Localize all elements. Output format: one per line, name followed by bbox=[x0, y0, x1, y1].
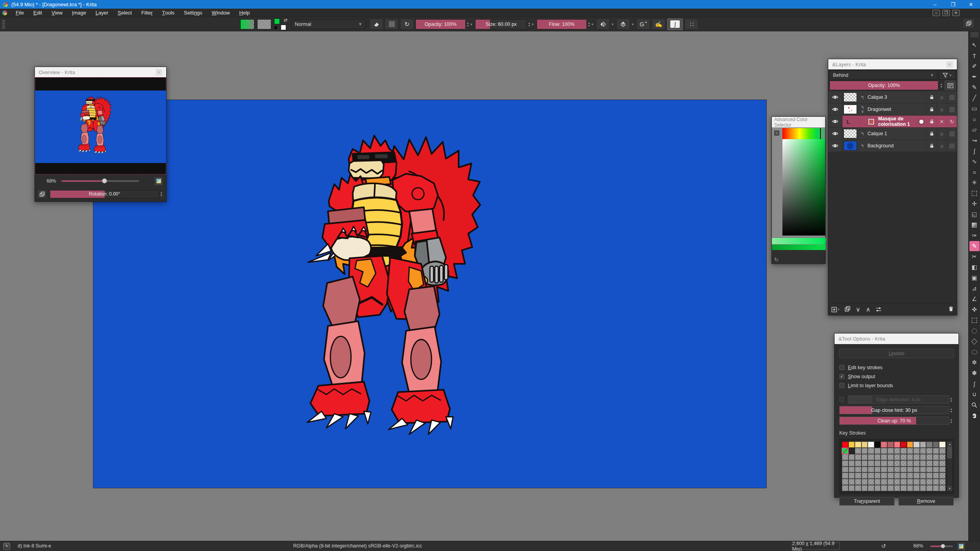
palette-swatch-empty[interactable] bbox=[920, 479, 926, 485]
color-history-refresh-icon[interactable]: ↻ bbox=[774, 257, 779, 263]
palette-swatch-empty[interactable] bbox=[907, 479, 913, 485]
tool-fill[interactable]: ◧ bbox=[969, 262, 980, 272]
mirror-vertical-arrow[interactable]: ▾ bbox=[632, 22, 634, 26]
menu-item-edit[interactable]: Edit bbox=[29, 9, 47, 17]
layer-name[interactable]: Calque 3 bbox=[867, 91, 926, 103]
palette-swatch-empty[interactable] bbox=[900, 467, 907, 473]
lock-icon[interactable] bbox=[926, 91, 936, 103]
palette-swatch-#f9a133[interactable] bbox=[907, 442, 913, 448]
gap-close-hint-slider[interactable]: Gap close hint: 30 px bbox=[839, 406, 949, 414]
palette-swatch-#e0717b[interactable] bbox=[881, 442, 887, 448]
palette-swatch-empty[interactable] bbox=[933, 454, 939, 460]
foreground-color-swatch[interactable] bbox=[274, 18, 280, 24]
move-layer-up-button[interactable]: ∧ bbox=[866, 306, 871, 313]
palette-swatch-empty[interactable] bbox=[926, 454, 933, 460]
lock-icon[interactable] bbox=[926, 140, 936, 152]
tool-bezier-select[interactable]: ʃ bbox=[969, 379, 980, 389]
palette-swatch-empty[interactable] bbox=[900, 473, 907, 478]
palette-swatch-empty[interactable] bbox=[939, 454, 946, 460]
palette-swatch-#d90913[interactable] bbox=[900, 442, 907, 448]
palette-swatch-empty[interactable] bbox=[939, 485, 946, 491]
tool-multibrush[interactable]: ✳ bbox=[969, 178, 980, 188]
palette-swatch-empty[interactable] bbox=[939, 473, 946, 478]
palette-swatch-empty[interactable] bbox=[933, 479, 939, 485]
palette-swatch-empty[interactable] bbox=[887, 467, 894, 473]
tool-pan[interactable] bbox=[969, 410, 980, 420]
palette-swatch-empty[interactable] bbox=[881, 479, 887, 485]
palette-swatch-empty[interactable] bbox=[855, 467, 861, 473]
tool-ellipse-select[interactable] bbox=[969, 326, 980, 336]
tool-smart-patch[interactable]: ✂ bbox=[969, 252, 980, 262]
palette-swatch-empty[interactable] bbox=[900, 448, 907, 454]
palette-swatch-empty[interactable] bbox=[868, 454, 874, 460]
palette-swatch-empty[interactable] bbox=[855, 448, 861, 454]
palette-swatch-empty[interactable] bbox=[907, 460, 913, 466]
palette-swatch-empty[interactable] bbox=[862, 473, 868, 478]
duplicate-layer-button[interactable] bbox=[845, 306, 850, 313]
size-slider[interactable]: Size: 60.00 px bbox=[475, 19, 527, 29]
preserve-alpha-button[interactable] bbox=[385, 19, 398, 29]
palette-swatch-#f87a82[interactable] bbox=[894, 442, 900, 448]
layer-expand-chevron[interactable]: ↰∨ bbox=[858, 103, 867, 115]
rotation-spinner[interactable]: ▲▼ bbox=[160, 191, 163, 197]
scrollbar-thumb[interactable] bbox=[947, 447, 952, 459]
palette-swatch-#f8f7f4[interactable] bbox=[868, 442, 874, 448]
palette-swatch-empty[interactable] bbox=[862, 448, 868, 454]
tool-magnetic-select[interactable]: ∪ bbox=[969, 389, 980, 399]
tool-transform[interactable] bbox=[969, 188, 980, 198]
layer-properties-button[interactable] bbox=[876, 306, 882, 313]
refresh-icon[interactable]: ↻ bbox=[947, 119, 957, 125]
overview-titlebar[interactable]: Overview - Krita ✕ bbox=[35, 67, 166, 77]
tool-move[interactable]: ✛ bbox=[969, 199, 980, 209]
palette-swatch-empty[interactable] bbox=[862, 479, 868, 485]
palette-swatch-#6a6a6a[interactable] bbox=[933, 442, 939, 448]
palette-swatch-empty[interactable] bbox=[849, 467, 855, 473]
palette-swatch-empty[interactable] bbox=[907, 467, 913, 473]
palette-swatch-empty[interactable] bbox=[887, 448, 894, 454]
swap-colors-icon[interactable]: ⇄ bbox=[284, 18, 287, 23]
recent-color-strip[interactable] bbox=[772, 237, 826, 244]
palette-swatch-empty[interactable] bbox=[868, 479, 874, 485]
layer-visibility-toggle[interactable] bbox=[828, 91, 842, 103]
checkbox-checked-icon[interactable]: ✓ bbox=[839, 374, 844, 379]
palette-swatch-empty[interactable] bbox=[875, 467, 881, 473]
palette-swatch-empty[interactable] bbox=[855, 454, 861, 460]
palette-swatch-empty[interactable] bbox=[849, 473, 855, 478]
layer-name[interactable]: Background bbox=[867, 140, 926, 152]
palette-swatch-empty[interactable] bbox=[875, 454, 881, 460]
palette-swatch-empty[interactable] bbox=[887, 473, 894, 478]
canvas[interactable] bbox=[93, 100, 766, 488]
palette-swatch-#b06067[interactable] bbox=[887, 442, 894, 448]
tool-gradient[interactable] bbox=[969, 220, 980, 230]
opacity-spinner[interactable]: ▲▼ bbox=[466, 22, 469, 27]
lock-icon[interactable] bbox=[926, 128, 936, 140]
move-layer-down-button[interactable]: ∨ bbox=[856, 306, 860, 313]
tool-line[interactable]: ╱ bbox=[969, 93, 980, 103]
tool-reference-images[interactable]: ✜ bbox=[969, 304, 980, 315]
tool-freehand-select[interactable] bbox=[969, 347, 980, 357]
alpha-lock-icon[interactable]: α bbox=[936, 91, 947, 103]
layer-opacity-slider[interactable]: Opacity: 100% bbox=[829, 81, 938, 90]
layer-row-colorize-mask-selected[interactable]: L · Masque de colorisation 1 ✕ ↻ bbox=[828, 116, 957, 128]
minimize-button[interactable]: – bbox=[926, 0, 944, 9]
transparent-button[interactable]: Transparent bbox=[839, 497, 895, 506]
menu-item-layer[interactable]: Layer bbox=[91, 9, 113, 17]
menu-item-file[interactable]: File bbox=[11, 9, 29, 17]
palette-swatch-empty[interactable] bbox=[881, 448, 887, 454]
checkbox-limit-layer-bounds[interactable]: Limit to layer bounds bbox=[839, 381, 954, 390]
tool-polygon-select[interactable] bbox=[969, 336, 980, 346]
eraser-mode-button[interactable] bbox=[370, 19, 383, 29]
palette-swatch-empty[interactable] bbox=[913, 448, 920, 454]
palette-swatch-empty[interactable] bbox=[913, 485, 920, 491]
palette-swatch-transparent-selected[interactable] bbox=[842, 448, 848, 454]
size-spinner[interactable]: ▲▼ bbox=[528, 22, 530, 27]
checkbox-edit-key-strokes[interactable]: Edit key strokes bbox=[839, 363, 954, 372]
palette-swatch-empty[interactable] bbox=[849, 460, 855, 466]
mirror-vertical-button[interactable] bbox=[617, 19, 630, 29]
reload-preset-button[interactable]: ↻ bbox=[400, 19, 414, 29]
alpha-lock-icon[interactable]: α bbox=[936, 140, 947, 152]
foreground-background-colors[interactable]: ⇄ bbox=[274, 18, 287, 30]
size-options-arrow[interactable]: ▾ bbox=[532, 22, 534, 26]
mirror-horizontal-arrow[interactable]: ▾ bbox=[612, 22, 613, 26]
tool-similar-select[interactable]: ✽ bbox=[969, 368, 980, 378]
